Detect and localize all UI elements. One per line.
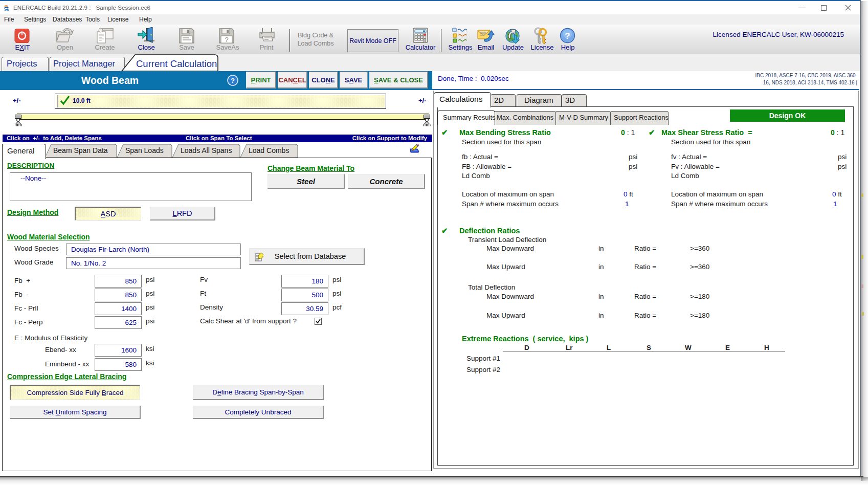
svg-text:?: ? (231, 77, 235, 84)
svg-text:?: ? (565, 31, 570, 41)
svg-text:?: ? (225, 36, 228, 43)
